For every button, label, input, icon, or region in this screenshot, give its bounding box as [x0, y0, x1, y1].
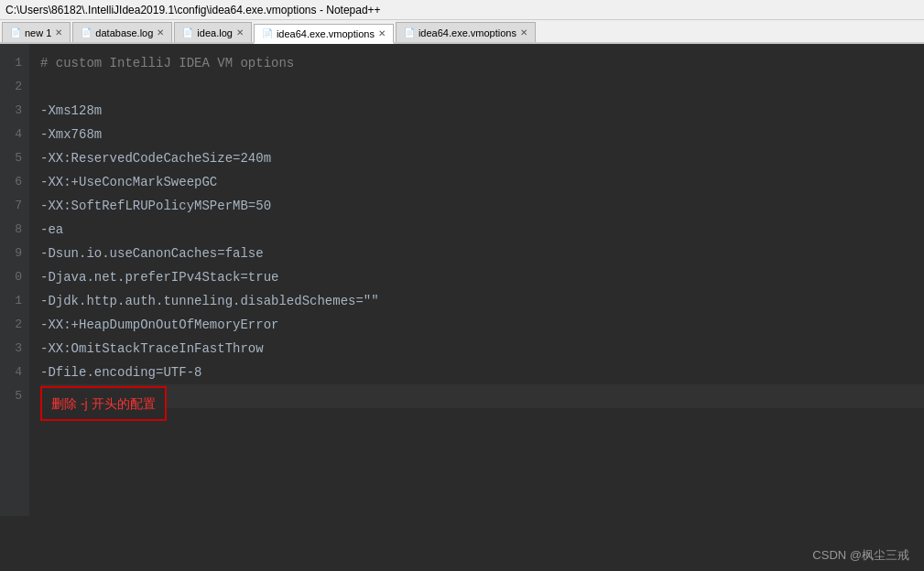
code-line-13: -XX:OmitStackTraceInFastThrow — [40, 337, 924, 361]
watermark: CSDN @枫尘三戒 — [812, 547, 909, 564]
code-line-11: -Djdk.http.auth.tunneling.disabledScheme… — [40, 289, 924, 313]
tab-close[interactable]: ✕ — [236, 27, 244, 38]
tab-label: idea64.exe.vmoptions — [277, 28, 375, 39]
line-num-4: 4 — [15, 123, 22, 146]
annotation-box: 删除 -j 开头的配置 — [40, 386, 167, 421]
tab-idealog[interactable]: 📄 idea.log ✕ — [174, 22, 252, 42]
line-num-3: 3 — [15, 99, 22, 123]
tab-close[interactable]: ✕ — [55, 27, 62, 38]
code-line-8: -ea — [40, 218, 924, 242]
line-num-13: 3 — [15, 337, 22, 361]
code-line-15: 删除 -j 开头的配置 — [40, 384, 924, 408]
code-line-4: -Xmx768m — [40, 123, 924, 146]
tab-label: idea64.exe.vmoptions — [419, 27, 516, 38]
code-line-6: -XX:+UseConcMarkSweepGC — [40, 170, 924, 194]
code-line-7: -XX:SoftRefLRUPolicyMSPerMB=50 — [40, 194, 924, 218]
tab-label: new 1 — [25, 27, 51, 38]
line-num-11: 1 — [15, 289, 22, 313]
file-icon: 📄 — [404, 27, 415, 38]
line-num-9: 9 — [15, 242, 22, 265]
line-num-15: 5 — [15, 384, 22, 408]
title-bar: C:\Users\86182\.IntelliJIdea2019.1\confi… — [0, 0, 924, 20]
line-num-7: 7 — [15, 194, 22, 218]
code-line-2 — [40, 75, 924, 99]
bottom-area: CSDN @枫尘三戒 — [0, 516, 924, 571]
line-num-10: 0 — [15, 265, 22, 289]
line-num-8: 8 — [15, 218, 22, 242]
tab-vmoptions1[interactable]: 📄 idea64.exe.vmoptions ✕ — [254, 24, 394, 44]
editor-area[interactable]: 1 2 3 4 5 6 7 8 9 0 1 2 3 4 5 # custom I… — [0, 44, 924, 516]
line-num-5: 5 — [15, 146, 22, 170]
title-text: C:\Users\86182\.IntelliJIdea2019.1\confi… — [5, 4, 381, 16]
line-num-6: 6 — [15, 170, 22, 194]
code-line-14: -Dfile.encoding=UTF-8 — [40, 361, 924, 384]
file-icon: 📄 — [81, 27, 92, 38]
tab-vmoptions2[interactable]: 📄 idea64.exe.vmoptions ✕ — [396, 22, 536, 42]
tab-dblog[interactable]: 📄 database.log ✕ — [72, 22, 172, 42]
tab-label: idea.log — [197, 27, 233, 38]
line-num-2: 2 — [15, 75, 22, 99]
code-area[interactable]: # custom IntelliJ IDEA VM options -Xms12… — [29, 44, 924, 516]
code-line-12: -XX:+HeapDumpOnOutOfMemoryError — [40, 313, 924, 337]
line-num-12: 2 — [15, 313, 22, 337]
tab-label: database.log — [95, 27, 153, 38]
code-line-3: -Xms128m — [40, 99, 924, 123]
code-line-10: -Djava.net.preferIPv4Stack=true — [40, 265, 924, 289]
tab-bar: 📄 new 1 ✕ 📄 database.log ✕ 📄 idea.log ✕ … — [0, 20, 924, 44]
code-line-1: # custom IntelliJ IDEA VM options — [40, 51, 924, 75]
tab-close[interactable]: ✕ — [378, 28, 386, 38]
file-icon: 📄 — [10, 27, 21, 38]
code-line-5: -XX:ReservedCodeCacheSize=240m — [40, 146, 924, 170]
code-line-9: -Dsun.io.useCanonCaches=false — [40, 242, 924, 265]
line-numbers: 1 2 3 4 5 6 7 8 9 0 1 2 3 4 5 — [0, 44, 29, 516]
line-num-14: 4 — [15, 361, 22, 384]
file-icon: 📄 — [182, 27, 193, 38]
annotation-text: 删除 -j 开头的配置 — [51, 392, 156, 415]
line-num-1: 1 — [15, 51, 22, 75]
tab-close[interactable]: ✕ — [520, 27, 527, 38]
tab-new1[interactable]: 📄 new 1 ✕ — [2, 22, 71, 42]
tab-close[interactable]: ✕ — [157, 27, 164, 38]
file-icon: 📄 — [262, 28, 273, 38]
